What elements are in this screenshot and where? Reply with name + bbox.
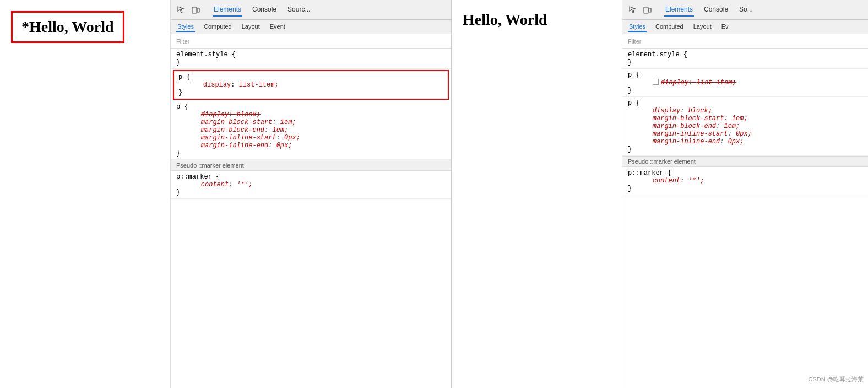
element-style-selector-left: element.style { [176, 51, 236, 58]
subtab-computed-left[interactable]: Computed [203, 22, 233, 32]
browser-page-left: *Hello, World [0, 0, 171, 388]
subtab-computed-right[interactable]: Computed [654, 22, 685, 32]
marker-close-right: } [628, 185, 632, 192]
prop-content-marker-right: content: '*'; [628, 177, 704, 185]
p-selector-list-item-right: p { [628, 71, 640, 79]
element-style-selector-right: element.style { [628, 51, 687, 58]
rule-marker-right: p::marker { content: '*'; } [622, 167, 868, 195]
prop-display-list-item-right: display: list-item; [628, 79, 736, 87]
prop-margin-block-start-left: margin-block-start: 1em; [176, 118, 296, 126]
device-icon[interactable] [191, 5, 200, 15]
element-style-close-right: } [628, 58, 632, 66]
p-close-list-item-left: } [178, 89, 182, 96]
svg-rect-1 [197, 8, 199, 12]
hello-world-highlighted-box: *Hello, World [11, 11, 124, 43]
prop-margin-inline-start-right: margin-inline-start: 0px; [628, 130, 752, 138]
toolbar-icons-left [176, 5, 200, 15]
tab-elements-left[interactable]: Elements [213, 3, 242, 17]
tab-sources-right[interactable]: So... [738, 3, 754, 17]
styles-subtabs-right: Styles Computed Layout Ev [622, 20, 868, 34]
rule-p-block-left: p { display: block; margin-block-start: … [171, 101, 451, 160]
device-icon-right[interactable] [642, 5, 652, 15]
prop-display-list-item-left: display: list-item; [178, 81, 279, 89]
subtab-styles-right[interactable]: Styles [628, 22, 647, 32]
styles-content-right: element.style { } p { display: list-item… [622, 48, 868, 388]
devtools-toolbar-left: Elements Console Sourc... [171, 0, 451, 20]
p-close-block-left: } [176, 149, 180, 157]
prop-margin-inline-end-right: margin-inline-end: 0px; [628, 138, 744, 146]
styles-subtabs-left: Styles Computed Layout Event [171, 20, 451, 34]
filter-bar-left: Filter [171, 34, 451, 48]
filter-label-left: Filter [176, 38, 189, 45]
browser-page-right: Hello, World [452, 0, 622, 388]
devtools-toolbar-right: Elements Console So... [622, 0, 868, 20]
rule-element-style-right: element.style { } [622, 48, 868, 69]
hello-world-text-right: Hello, World [463, 11, 547, 29]
svg-rect-0 [192, 7, 197, 13]
prop-margin-block-start-right: margin-block-start: 1em; [628, 115, 748, 122]
svg-rect-2 [644, 7, 648, 13]
p-selector-block-left: p { [176, 103, 188, 111]
marker-selector-left: p::marker { [176, 173, 220, 181]
element-style-close-left: } [176, 58, 180, 66]
rule-marker-left: p::marker { content: '*'; } [171, 171, 451, 199]
subtab-event-left[interactable]: Event [269, 22, 286, 32]
p-close-list-item-right: } [628, 87, 632, 94]
tab-console-left[interactable]: Console [251, 3, 278, 17]
prop-margin-block-end-right: margin-block-end: 1em; [628, 122, 740, 130]
p-selector-list-item-left: p { [178, 73, 191, 81]
prop-checkbox-display[interactable] [653, 79, 659, 85]
subtab-layout-right[interactable]: Layout [692, 22, 713, 32]
marker-close-left: } [176, 188, 180, 196]
devtools-panel-left: Elements Console Sourc... Styles Compute… [171, 0, 452, 388]
prop-display-block-right: display: block; [628, 107, 712, 115]
pseudo-marker-header-left: Pseudo ::marker element [171, 160, 451, 171]
rule-p-display-list-item-right: p { display: list-item; } [622, 69, 868, 97]
rule-p-display-list-item-left: p { display: list-item; } [173, 70, 449, 100]
filter-label-right: Filter [628, 38, 641, 45]
subtab-ev-right[interactable]: Ev [720, 22, 730, 32]
svg-rect-3 [649, 8, 651, 12]
prop-display-block-left: display: block; [176, 111, 261, 118]
rule-p-block-right: p { display: block; margin-block-start: … [622, 97, 868, 156]
inspector-icon[interactable] [176, 5, 186, 15]
tab-elements-right[interactable]: Elements [664, 3, 694, 17]
devtools-panel-right: Elements Console So... Styles Computed L… [622, 0, 868, 388]
prop-margin-inline-start-left: margin-inline-start: 0px; [176, 134, 300, 142]
p-close-block-right: } [628, 146, 632, 153]
tab-sources-left[interactable]: Sourc... [286, 3, 311, 17]
subtab-styles-left[interactable]: Styles [176, 22, 195, 32]
hello-world-text-left: *Hello, World [21, 18, 114, 35]
prop-margin-block-end-left: margin-block-end: 1em; [176, 126, 288, 134]
rule-element-style-left: element.style { } [171, 48, 451, 69]
styles-content-left: element.style { } p { display: list-item… [171, 48, 451, 388]
pseudo-marker-header-right: Pseudo ::marker element [622, 156, 868, 167]
marker-selector-right: p::marker { [628, 169, 671, 177]
tab-console-right[interactable]: Console [703, 3, 729, 17]
watermark: CSDN @吃耳拉海莱 [809, 375, 864, 384]
prop-content-marker-left: content: '*'; [176, 181, 252, 188]
prop-margin-inline-end-left: margin-inline-end: 0px; [176, 142, 292, 149]
p-selector-block-right: p { [628, 99, 640, 107]
subtab-layout-left[interactable]: Layout [241, 22, 261, 32]
toolbar-icons-right [628, 5, 652, 15]
filter-bar-right: Filter [622, 34, 868, 48]
inspector-icon-right[interactable] [628, 5, 638, 15]
